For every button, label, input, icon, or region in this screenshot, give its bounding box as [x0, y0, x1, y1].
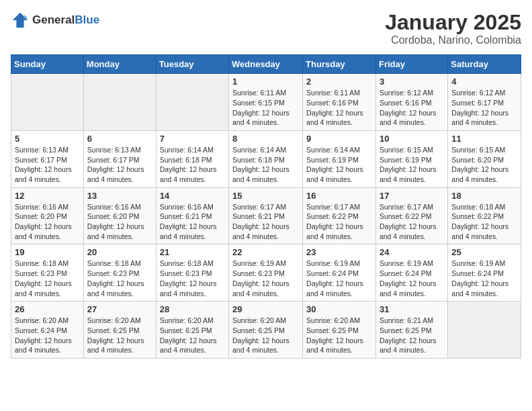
day-info: Sunrise: 6:18 AMSunset: 6:23 PMDaylight:…: [160, 259, 225, 298]
day-number: 19: [15, 247, 80, 257]
day-info: Sunrise: 6:20 AMSunset: 6:25 PMDaylight:…: [87, 316, 152, 355]
day-info: Sunrise: 6:20 AMSunset: 6:25 PMDaylight:…: [232, 316, 299, 355]
calendar-cell: 22Sunrise: 6:19 AMSunset: 6:23 PMDayligh…: [229, 244, 303, 302]
day-info: Sunrise: 6:18 AMSunset: 6:23 PMDaylight:…: [15, 259, 80, 298]
week-row-5: 26Sunrise: 6:20 AMSunset: 6:24 PMDayligh…: [11, 302, 521, 359]
calendar-cell: 26Sunrise: 6:20 AMSunset: 6:24 PMDayligh…: [11, 302, 84, 359]
day-info: Sunrise: 6:16 AMSunset: 6:21 PMDaylight:…: [160, 202, 225, 242]
day-number: 25: [451, 247, 517, 257]
day-number: 29: [232, 304, 299, 314]
day-info: Sunrise: 6:20 AMSunset: 6:24 PMDaylight:…: [15, 316, 80, 355]
calendar-cell: 2Sunrise: 6:11 AMSunset: 6:16 PMDaylight…: [303, 74, 376, 131]
day-number: 4: [451, 77, 517, 87]
calendar-cell: 11Sunrise: 6:15 AMSunset: 6:20 PMDayligh…: [448, 130, 521, 187]
calendar-cell: 18Sunrise: 6:18 AMSunset: 6:22 PMDayligh…: [448, 187, 521, 244]
day-info: Sunrise: 6:19 AMSunset: 6:24 PMDaylight:…: [451, 259, 517, 298]
day-info: Sunrise: 6:20 AMSunset: 6:25 PMDaylight:…: [306, 316, 372, 355]
day-info: Sunrise: 6:14 AMSunset: 6:18 PMDaylight:…: [232, 145, 299, 185]
logo: GeneralBlue: [11, 11, 99, 30]
day-number: 26: [15, 304, 80, 314]
day-number: 3: [380, 77, 444, 87]
month-title: January 2025: [385, 11, 521, 34]
calendar-cell: [11, 74, 84, 131]
day-info: Sunrise: 6:15 AMSunset: 6:20 PMDaylight:…: [451, 145, 517, 185]
calendar-cell: 7Sunrise: 6:14 AMSunset: 6:18 PMDaylight…: [156, 130, 228, 187]
day-info: Sunrise: 6:11 AMSunset: 6:16 PMDaylight:…: [306, 88, 372, 128]
calendar-cell: 19Sunrise: 6:18 AMSunset: 6:23 PMDayligh…: [11, 244, 84, 302]
day-info: Sunrise: 6:11 AMSunset: 6:15 PMDaylight:…: [232, 88, 299, 128]
weekday-header-saturday: Saturday: [448, 55, 521, 74]
day-info: Sunrise: 6:19 AMSunset: 6:24 PMDaylight:…: [380, 259, 444, 298]
calendar-cell: 14Sunrise: 6:16 AMSunset: 6:21 PMDayligh…: [156, 187, 228, 244]
day-info: Sunrise: 6:19 AMSunset: 6:23 PMDaylight:…: [232, 259, 299, 298]
day-info: Sunrise: 6:19 AMSunset: 6:24 PMDaylight:…: [306, 259, 372, 298]
weekday-header-friday: Friday: [375, 55, 447, 74]
day-info: Sunrise: 6:12 AMSunset: 6:17 PMDaylight:…: [451, 88, 517, 128]
week-row-4: 19Sunrise: 6:18 AMSunset: 6:23 PMDayligh…: [11, 244, 521, 302]
calendar-cell: 31Sunrise: 6:21 AMSunset: 6:25 PMDayligh…: [375, 302, 447, 359]
day-number: 5: [15, 134, 80, 144]
day-info: Sunrise: 6:13 AMSunset: 6:17 PMDaylight:…: [15, 145, 80, 185]
calendar-cell: 9Sunrise: 6:14 AMSunset: 6:19 PMDaylight…: [303, 130, 376, 187]
day-info: Sunrise: 6:21 AMSunset: 6:25 PMDaylight:…: [380, 316, 444, 355]
day-info: Sunrise: 6:17 AMSunset: 6:22 PMDaylight:…: [306, 202, 372, 242]
day-number: 2: [306, 77, 372, 87]
calendar-cell: 24Sunrise: 6:19 AMSunset: 6:24 PMDayligh…: [375, 244, 447, 302]
calendar-cell: [83, 74, 156, 131]
title-block: January 2025 Cordoba, Narino, Colombia: [385, 11, 521, 46]
day-number: 16: [306, 191, 372, 201]
weekday-header-row: SundayMondayTuesdayWednesdayThursdayFrid…: [11, 55, 521, 74]
calendar-cell: 16Sunrise: 6:17 AMSunset: 6:22 PMDayligh…: [303, 187, 376, 244]
day-info: Sunrise: 6:18 AMSunset: 6:22 PMDaylight:…: [451, 202, 517, 242]
calendar-cell: 13Sunrise: 6:16 AMSunset: 6:20 PMDayligh…: [83, 187, 156, 244]
calendar-cell: 27Sunrise: 6:20 AMSunset: 6:25 PMDayligh…: [83, 302, 156, 359]
calendar-cell: 29Sunrise: 6:20 AMSunset: 6:25 PMDayligh…: [229, 302, 303, 359]
calendar-cell: 15Sunrise: 6:17 AMSunset: 6:21 PMDayligh…: [229, 187, 303, 244]
day-number: 23: [306, 247, 372, 257]
logo-general: General: [32, 13, 75, 26]
calendar-cell: 10Sunrise: 6:15 AMSunset: 6:19 PMDayligh…: [375, 130, 447, 187]
day-info: Sunrise: 6:16 AMSunset: 6:20 PMDaylight:…: [15, 202, 80, 242]
day-number: 7: [160, 134, 225, 144]
day-number: 18: [451, 191, 517, 201]
calendar-cell: 23Sunrise: 6:19 AMSunset: 6:24 PMDayligh…: [303, 244, 376, 302]
day-number: 24: [380, 247, 444, 257]
svg-marker-1: [24, 15, 28, 19]
day-info: Sunrise: 6:17 AMSunset: 6:22 PMDaylight:…: [380, 202, 444, 242]
weekday-header-monday: Monday: [83, 55, 156, 74]
calendar-cell: 3Sunrise: 6:12 AMSunset: 6:16 PMDaylight…: [375, 74, 447, 131]
calendar-cell: [156, 74, 228, 131]
calendar-cell: 12Sunrise: 6:16 AMSunset: 6:20 PMDayligh…: [11, 187, 84, 244]
day-info: Sunrise: 6:17 AMSunset: 6:21 PMDaylight:…: [232, 202, 299, 242]
svg-marker-0: [13, 13, 28, 28]
calendar-cell: 1Sunrise: 6:11 AMSunset: 6:15 PMDaylight…: [229, 74, 303, 131]
day-number: 21: [160, 247, 225, 257]
day-number: 6: [87, 134, 152, 144]
day-number: 11: [451, 134, 517, 144]
day-number: 10: [380, 134, 444, 144]
day-number: 14: [160, 191, 225, 201]
calendar-cell: [448, 302, 521, 359]
day-info: Sunrise: 6:18 AMSunset: 6:23 PMDaylight:…: [87, 259, 152, 298]
week-row-1: 1Sunrise: 6:11 AMSunset: 6:15 PMDaylight…: [11, 74, 521, 131]
day-number: 9: [306, 134, 372, 144]
day-info: Sunrise: 6:13 AMSunset: 6:17 PMDaylight:…: [87, 145, 152, 185]
weekday-header-sunday: Sunday: [11, 55, 84, 74]
calendar-cell: 4Sunrise: 6:12 AMSunset: 6:17 PMDaylight…: [448, 74, 521, 131]
week-row-2: 5Sunrise: 6:13 AMSunset: 6:17 PMDaylight…: [11, 130, 521, 187]
day-number: 15: [232, 191, 299, 201]
day-number: 30: [306, 304, 372, 314]
calendar-cell: 20Sunrise: 6:18 AMSunset: 6:23 PMDayligh…: [83, 244, 156, 302]
logo-blue: Blue: [75, 13, 99, 26]
calendar-cell: 5Sunrise: 6:13 AMSunset: 6:17 PMDaylight…: [11, 130, 84, 187]
day-info: Sunrise: 6:15 AMSunset: 6:19 PMDaylight:…: [380, 145, 444, 185]
day-number: 13: [87, 191, 152, 201]
calendar-cell: 28Sunrise: 6:20 AMSunset: 6:25 PMDayligh…: [156, 302, 228, 359]
calendar-table: SundayMondayTuesdayWednesdayThursdayFrid…: [11, 54, 521, 359]
day-info: Sunrise: 6:12 AMSunset: 6:16 PMDaylight:…: [380, 88, 444, 128]
weekday-header-thursday: Thursday: [303, 55, 376, 74]
day-info: Sunrise: 6:14 AMSunset: 6:19 PMDaylight:…: [306, 145, 372, 185]
day-number: 28: [160, 304, 225, 314]
day-info: Sunrise: 6:16 AMSunset: 6:20 PMDaylight:…: [87, 202, 152, 242]
day-number: 31: [380, 304, 444, 314]
